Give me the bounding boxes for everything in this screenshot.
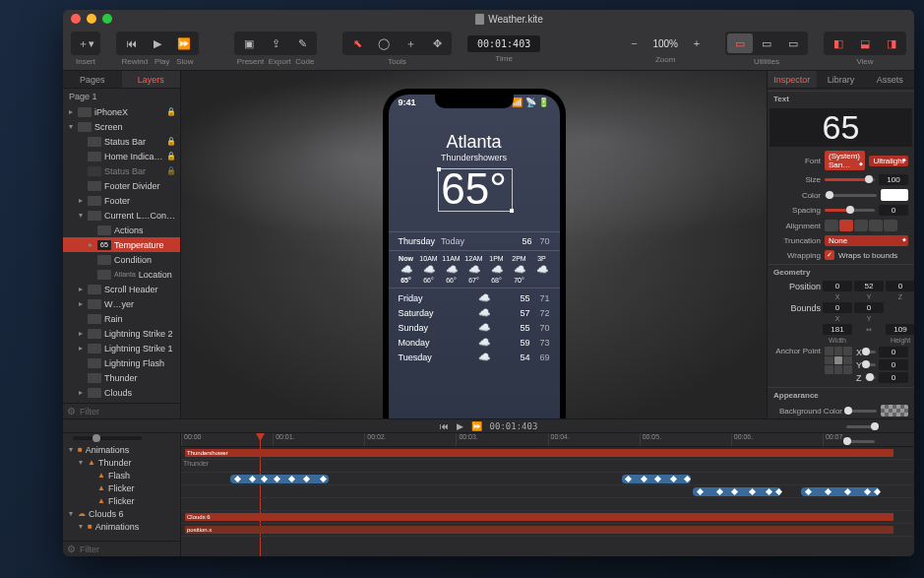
track-clip[interactable]: Thundershower xyxy=(185,449,893,457)
layer-row[interactable]: AtlantaLocation xyxy=(63,267,180,282)
layers-tab[interactable]: Layers xyxy=(122,71,181,88)
layer-row[interactable]: ▾Screen xyxy=(63,119,180,134)
bounds-y[interactable]: 0 xyxy=(854,302,884,313)
bg-color-swatch[interactable] xyxy=(881,405,908,417)
anchor-z-slider[interactable] xyxy=(865,376,877,379)
layer-row[interactable]: Footer Divider xyxy=(63,178,180,193)
layer-row[interactable]: ▸Clouds xyxy=(63,385,180,400)
bounds-w[interactable]: 181 xyxy=(823,324,852,335)
view-right-panel[interactable]: ◨ xyxy=(879,33,904,53)
gear-icon[interactable]: ⚙ xyxy=(67,406,76,417)
lock-icon[interactable]: 🔒 xyxy=(166,107,176,116)
shape-tool[interactable]: ◯ xyxy=(371,33,397,53)
layer-row[interactable]: ▾Current L…Conditions xyxy=(63,208,180,223)
layer-row[interactable]: Lightning Flash xyxy=(63,355,180,370)
pan-tool[interactable]: ✥ xyxy=(424,33,450,53)
wrapping-checkbox[interactable]: ✓ xyxy=(825,250,834,260)
lock-icon[interactable]: 🔒 xyxy=(166,152,176,161)
pos-y[interactable]: 52 xyxy=(854,281,884,291)
slow-button[interactable]: ⏩ xyxy=(171,33,197,53)
timecode-display[interactable]: 00:01:403 xyxy=(467,35,540,52)
export-button[interactable]: ⇪ xyxy=(263,33,288,53)
lock-icon[interactable]: 🔒 xyxy=(166,137,176,146)
track-clip[interactable]: position.x xyxy=(185,526,893,534)
bounds-h[interactable]: 109 xyxy=(886,324,914,335)
bg-opacity-slider[interactable] xyxy=(846,410,877,413)
gear-icon[interactable]: ⚙ xyxy=(67,544,76,554)
bounds-x[interactable]: 0 xyxy=(823,302,852,313)
play-button[interactable]: ▶ xyxy=(145,33,170,53)
temperature-label[interactable]: 65° xyxy=(389,164,560,214)
utilities-toggle-2[interactable]: ▭ xyxy=(754,33,779,53)
zoom-in-button[interactable]: + xyxy=(684,33,709,53)
border-opacity-slider[interactable] xyxy=(846,425,877,428)
timeline-layer-row[interactable]: ▾■Animations xyxy=(63,443,180,456)
color-opacity-slider[interactable] xyxy=(825,194,877,197)
timeline-layer-row[interactable]: ▾☁Clouds 6 xyxy=(63,507,180,520)
utilities-toggle-3[interactable]: ▭ xyxy=(780,33,806,53)
close-window-button[interactable] xyxy=(71,14,81,24)
layer-row[interactable]: Rain xyxy=(63,311,180,326)
canvas[interactable]: 9:41📶 📡 🔋 Atlanta Thundershowers 65° Thu… xyxy=(181,71,767,418)
rewind-button[interactable]: ⏮ xyxy=(118,33,144,53)
timeline-layer-row[interactable]: ▲Flicker xyxy=(63,494,180,507)
selection-box[interactable] xyxy=(438,168,513,212)
timeline-layer-row[interactable]: ▲Flicker xyxy=(63,482,180,494)
zoom-percent[interactable]: 100% xyxy=(647,38,684,49)
timeline-layer-row[interactable]: ▲Flash xyxy=(63,469,180,482)
layer-row[interactable]: ▸Scroll Header xyxy=(63,282,180,296)
assets-tab[interactable]: Assets xyxy=(865,71,914,88)
layer-row[interactable]: ▸Footer xyxy=(63,193,180,208)
page-name[interactable]: Page 1 xyxy=(63,89,180,104)
spacing-field[interactable]: 0 xyxy=(879,205,908,216)
layer-row[interactable]: ▸W…yer xyxy=(63,296,180,311)
zoom-window-button[interactable] xyxy=(102,14,112,24)
timeline-tracks[interactable]: 00:0000:01.00:02.00:03.00:04.00:05.00:06… xyxy=(181,433,914,556)
layer-row[interactable]: Thunder xyxy=(63,370,180,385)
add-tool[interactable]: ＋ xyxy=(398,33,423,53)
anchor-y-slider[interactable] xyxy=(865,363,876,366)
lock-icon[interactable]: 🔒 xyxy=(166,166,176,175)
layer-row[interactable]: Status Bar🔒 xyxy=(63,134,180,149)
utilities-toggle-1[interactable]: ▭ xyxy=(727,33,753,53)
timeline-layer-row[interactable]: ▾▲Thunder xyxy=(63,456,180,469)
track-clip[interactable]: Clouds 6 xyxy=(185,513,893,521)
pointer-tool[interactable]: ⬉ xyxy=(344,33,370,53)
pos-z[interactable]: 0 xyxy=(886,281,914,291)
insert-button[interactable]: ＋▾ xyxy=(73,33,98,53)
layer-row[interactable]: Home Indicator🔒 xyxy=(63,149,180,163)
layer-row[interactable]: ▸Lightning Strike 1 xyxy=(63,341,180,355)
layer-row[interactable]: ▸iPhoneX🔒 xyxy=(63,104,180,119)
layer-row[interactable]: ▸65Temperature xyxy=(63,237,180,252)
tl-ff-icon[interactable]: ⏩ xyxy=(471,421,482,431)
timeline-layer-row[interactable]: ▾■Animations xyxy=(63,520,180,533)
truncation-select[interactable]: None xyxy=(825,235,908,246)
zoom-out-button[interactable]: − xyxy=(621,33,647,53)
pages-tab[interactable]: Pages xyxy=(63,71,122,88)
size-slider[interactable] xyxy=(825,178,875,181)
spacing-slider[interactable] xyxy=(825,209,875,212)
anchor-point-control[interactable] xyxy=(825,347,852,374)
view-bottom-panel[interactable]: ⬓ xyxy=(852,33,878,53)
layer-row[interactable]: Status Bar🔒 xyxy=(63,163,180,178)
pos-x[interactable]: 0 xyxy=(823,281,852,291)
view-left-panel[interactable]: ◧ xyxy=(826,33,851,53)
alignment-control[interactable] xyxy=(825,220,908,231)
present-button[interactable]: ▣ xyxy=(236,33,262,53)
timeline-zoom-scrubber[interactable] xyxy=(73,436,142,440)
anchor-x-slider[interactable] xyxy=(865,351,876,353)
font-family-select[interactable]: (System) San… xyxy=(825,151,865,170)
inspector-tab[interactable]: Inspector xyxy=(768,71,817,88)
filter-field[interactable]: Filter xyxy=(80,407,99,417)
tl-play-icon[interactable]: ▶ xyxy=(457,421,463,431)
minimize-window-button[interactable] xyxy=(87,14,96,24)
tl-rewind-icon[interactable]: ⏮ xyxy=(440,421,449,431)
font-weight-select[interactable]: Ultralight xyxy=(869,156,908,166)
size-field[interactable]: 100 xyxy=(879,174,908,185)
layer-row[interactable]: Actions xyxy=(63,223,180,237)
library-tab[interactable]: Library xyxy=(817,71,866,88)
color-swatch[interactable] xyxy=(881,189,908,201)
layer-row[interactable]: Condition xyxy=(63,252,180,267)
layer-row[interactable]: ▸Lightning Strike 2 xyxy=(63,326,180,341)
code-button[interactable]: ✎ xyxy=(289,33,315,53)
